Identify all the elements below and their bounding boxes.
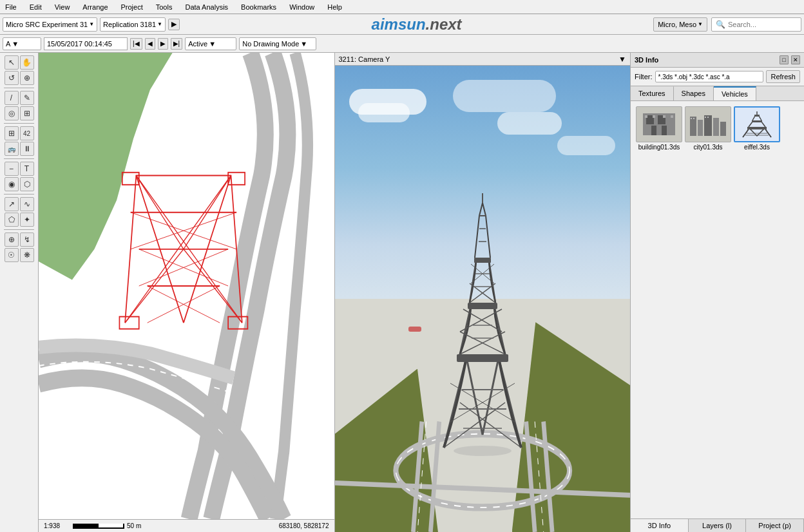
circle-tool[interactable]: ◉ <box>5 177 19 191</box>
text-tool[interactable]: T <box>20 162 34 176</box>
scale-bar: 50 m <box>73 522 141 529</box>
curve-tool[interactable]: ∿ <box>20 197 34 211</box>
nav-last-button[interactable]: ▶| <box>171 38 183 50</box>
menu-bookmarks[interactable]: Bookmarks <box>238 2 279 12</box>
number-tool[interactable]: 42 <box>20 126 34 140</box>
map-area[interactable]: 1:938 50 m 683180, 5828172 <box>39 53 335 532</box>
svg-rect-66 <box>754 115 760 117</box>
play-button[interactable]: ▶ <box>168 19 180 30</box>
menu-view[interactable]: View <box>52 2 73 12</box>
eiffel-tower-container <box>431 190 534 462</box>
thumbnail-eiffel-img <box>734 106 780 142</box>
line-tool[interactable]: / <box>5 91 19 105</box>
sun-tool[interactable]: ☉ <box>5 248 19 262</box>
info-panel-title: 3D Info <box>635 56 658 64</box>
thumbnail-city-img <box>685 106 731 142</box>
menu-help[interactable]: Help <box>325 2 345 12</box>
menu-project[interactable]: Project <box>119 2 146 12</box>
nav-first-button[interactable]: |◀ <box>130 38 142 50</box>
zoom-tool[interactable]: ⊕ <box>20 71 34 85</box>
menu-file[interactable]: File <box>3 2 19 12</box>
search-input[interactable] <box>728 21 792 28</box>
bottom-tab-project[interactable]: Project (p) <box>746 519 804 532</box>
flower-tool[interactable]: ❋ <box>20 248 34 262</box>
node-tool[interactable]: ◎ <box>5 106 19 120</box>
tab-textures[interactable]: Textures <box>631 86 674 100</box>
mode-dropdown[interactable]: Micro, Meso ▼ <box>653 17 707 32</box>
svg-rect-50 <box>662 126 667 135</box>
dataset-dropdown[interactable]: A ▼ <box>3 37 41 50</box>
add-tool[interactable]: ⊕ <box>5 233 19 247</box>
map-canvas[interactable] <box>39 53 334 519</box>
bottom-tab-3dinfo[interactable]: 3D Info <box>631 519 689 532</box>
pause-tool[interactable]: ⏸ <box>20 142 34 156</box>
svg-rect-62 <box>705 117 706 118</box>
menu-window[interactable]: Window <box>287 2 317 12</box>
minus-tool[interactable]: − <box>5 162 19 176</box>
dataset-arrow-icon: ▼ <box>12 40 19 48</box>
svg-line-16 <box>335 483 631 495</box>
search-box[interactable]: 🔍 <box>711 17 801 32</box>
thumbnail-city-label: city01.3ds <box>693 144 722 151</box>
nav-prev-button[interactable]: ◀ <box>145 38 155 50</box>
nav-play-button[interactable]: ▶ <box>158 38 168 50</box>
thumbnail-building[interactable]: building01.3ds <box>636 106 682 513</box>
signal-tool[interactable]: ↯ <box>20 233 34 247</box>
filter-input[interactable] <box>655 71 764 82</box>
main-toolbar: Micro SRC Experiment 31 ▼ Replication 31… <box>0 14 804 35</box>
star-tool[interactable]: ✦ <box>20 213 34 227</box>
tool-sep-1 <box>4 88 34 88</box>
svg-rect-51 <box>645 115 647 118</box>
svg-rect-59 <box>720 122 726 136</box>
hexagon-tool[interactable]: ⬡ <box>20 177 34 191</box>
experiment-dropdown[interactable]: Micro SRC Experiment 31 ▼ <box>3 17 97 32</box>
grid-tool[interactable]: ⊞ <box>5 126 19 140</box>
active-dropdown[interactable]: Active ▼ <box>185 37 236 50</box>
rotate-tool[interactable]: ↺ <box>5 71 19 85</box>
dataset-label: A <box>6 40 10 48</box>
datetime-input[interactable] <box>44 37 128 50</box>
tab-vehicles[interactable]: Vehicles <box>714 86 756 100</box>
close-button[interactable]: ✕ <box>791 55 800 64</box>
svg-rect-63 <box>707 117 709 118</box>
tab-shapes[interactable]: Shapes <box>674 86 714 100</box>
view3d-header: 3211: Camera Y ▼ <box>335 53 631 66</box>
svg-rect-56 <box>698 120 703 136</box>
tool-sep-4 <box>4 194 34 195</box>
arrow-tool[interactable]: ↗ <box>5 197 19 211</box>
menu-tools[interactable]: Tools <box>153 2 175 12</box>
svg-rect-64 <box>747 127 767 129</box>
play-icon: ▶ <box>171 20 177 28</box>
thumbnail-building-label: building01.3ds <box>638 144 680 151</box>
thumbnail-city[interactable]: city01.3ds <box>685 106 731 513</box>
svg-line-15 <box>543 422 551 532</box>
select-tool[interactable]: ↖ <box>5 55 19 70</box>
refresh-button[interactable]: Refresh <box>766 70 800 83</box>
tool-sep-3 <box>4 158 34 159</box>
map-svg <box>39 53 334 519</box>
bus-tool[interactable]: 🚌 <box>5 142 19 156</box>
maximize-button[interactable]: □ <box>780 55 789 64</box>
svg-rect-57 <box>704 115 712 136</box>
menu-data-analysis[interactable]: Data Analysis <box>182 2 231 12</box>
view3d-canvas[interactable] <box>335 66 631 532</box>
segment-tool[interactable]: ⊞ <box>20 106 34 120</box>
view3d[interactable]: 3211: Camera Y ▼ <box>335 53 631 532</box>
menu-arrange[interactable]: Arrange <box>80 2 110 12</box>
mode-label: Micro, Meso <box>658 21 696 28</box>
thumbnail-building-img <box>636 106 682 142</box>
right-toolbar: Micro, Meso ▼ 🔍 <box>653 17 801 32</box>
menu-edit[interactable]: Edit <box>27 2 44 12</box>
svg-point-45 <box>454 446 512 456</box>
bottom-tab-layers[interactable]: Layers (l) <box>689 519 747 532</box>
replication-dropdown[interactable]: Replication 3181 ▼ <box>100 17 166 32</box>
thumbnail-eiffel[interactable]: eiffel.3ds <box>734 106 780 513</box>
pentagon-tool[interactable]: ⬠ <box>5 213 19 227</box>
pan-tool[interactable]: ✋ <box>20 55 34 70</box>
replication-label: Replication 3181 <box>103 21 156 28</box>
drawing-mode-dropdown[interactable]: No Drawing Mode ▼ <box>239 37 316 50</box>
camera-dropdown-arrow[interactable]: ▼ <box>618 55 626 64</box>
pencil-tool[interactable]: ✎ <box>20 91 34 105</box>
drawing-mode-arrow-icon: ▼ <box>300 40 307 48</box>
svg-line-18 <box>535 422 543 532</box>
